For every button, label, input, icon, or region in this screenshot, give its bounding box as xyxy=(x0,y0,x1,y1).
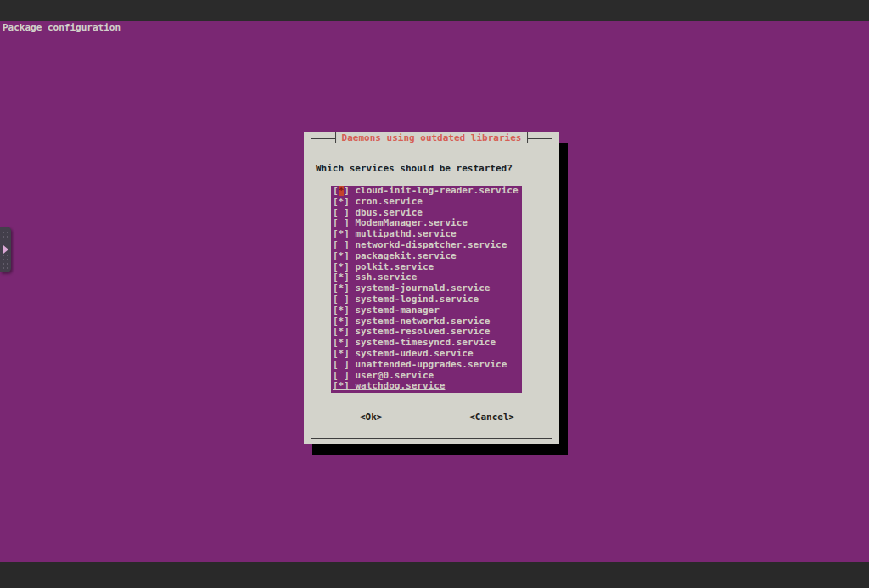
service-checkbox[interactable]: [*] xyxy=(333,261,350,272)
service-label: polkit.service xyxy=(350,261,434,272)
service-label: systemd-resolved.service xyxy=(350,326,491,337)
expand-arrow-icon xyxy=(3,245,8,254)
service-checkbox[interactable]: [ ] xyxy=(333,217,350,228)
ok-button[interactable]: <Ok> xyxy=(360,412,383,423)
service-checkbox[interactable]: [*] xyxy=(333,305,350,316)
service-checkbox[interactable]: [*] xyxy=(333,348,350,359)
grip-dots-icon xyxy=(3,232,8,238)
service-label: cron.service xyxy=(350,196,423,207)
service-checkbox[interactable]: [*] xyxy=(333,326,350,337)
page-title: Package configuration xyxy=(3,22,121,33)
bottom-bar xyxy=(0,562,869,588)
service-label: ModemManager.service xyxy=(350,217,468,228)
service-checkbox[interactable]: [*] xyxy=(333,186,350,196)
service-label: networkd-dispatcher.service xyxy=(350,239,507,250)
service-checkbox[interactable]: [*] xyxy=(333,272,350,283)
service-checkbox[interactable]: [ ] xyxy=(333,294,350,305)
cancel-button[interactable]: <Cancel> xyxy=(469,412,514,423)
services-listbox[interactable]: [*] cloud-init-log-reader.service[*] cro… xyxy=(331,186,522,393)
service-checkbox[interactable]: [*] xyxy=(333,380,350,391)
service-label: watchdog.service xyxy=(350,380,446,391)
service-label: systemd-networkd.service xyxy=(350,316,491,327)
dock-handle[interactable] xyxy=(0,227,11,272)
service-checkbox[interactable]: [ ] xyxy=(333,207,350,218)
services-restart-dialog: Daemons using outdated libraries Which s… xyxy=(304,132,559,444)
service-label: systemd-manager xyxy=(350,305,440,316)
service-checkbox[interactable]: [ ] xyxy=(333,359,350,370)
service-checkbox[interactable]: [*] xyxy=(333,228,350,239)
service-label: systemd-logind.service xyxy=(350,294,479,305)
service-label: systemd-timesyncd.service xyxy=(350,337,496,348)
service-checkbox[interactable]: [ ] xyxy=(333,239,350,250)
service-checkbox[interactable]: [*] xyxy=(333,337,350,348)
service-checkbox[interactable]: [*] xyxy=(333,283,350,294)
service-label: packagekit.service xyxy=(350,250,457,261)
service-label: unattended-upgrades.service xyxy=(350,359,507,370)
service-checkbox[interactable]: [*] xyxy=(333,250,350,261)
service-checkbox[interactable]: [*] xyxy=(333,196,350,207)
service-label: dbus.service xyxy=(350,207,423,218)
service-label: cloud-init-log-reader.service xyxy=(350,186,519,196)
service-label: multipathd.service xyxy=(350,228,457,239)
service-label: ssh.service xyxy=(350,272,417,283)
service-checkbox[interactable]: [*] xyxy=(333,316,350,327)
service-row[interactable]: [*] watchdog.service xyxy=(333,381,522,392)
top-bar xyxy=(0,0,869,21)
service-checkbox[interactable]: [ ] xyxy=(333,370,350,381)
dialog-buttons: <Ok> <Cancel> xyxy=(311,412,552,423)
grip-dots-icon xyxy=(3,255,8,269)
service-label: systemd-udevd.service xyxy=(350,348,474,359)
service-label: systemd-journald.service xyxy=(350,283,491,294)
console-screen: Package configuration Daemons using outd… xyxy=(0,0,869,588)
dialog-title: Daemons using outdated libraries xyxy=(335,132,529,143)
selection-cursor: * xyxy=(339,186,345,196)
service-label: user@0.service xyxy=(350,370,434,381)
dialog-question: Which services should be restarted? xyxy=(316,163,513,174)
